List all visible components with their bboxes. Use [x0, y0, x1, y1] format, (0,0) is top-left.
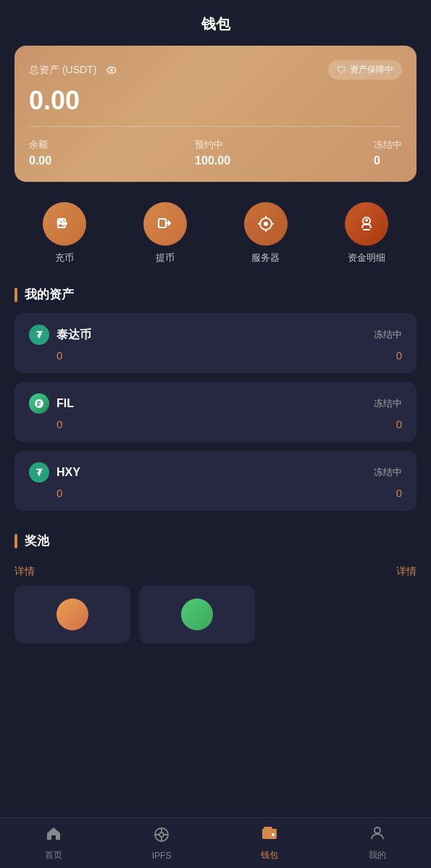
my-assets-label: 我的资产: [25, 286, 74, 303]
asset-row-fil[interactable]: FIL 冻结中 0 0: [14, 382, 417, 442]
action-fund-detail[interactable]: 资金明细: [345, 202, 388, 264]
asset-row-hxy[interactable]: ₮ HXY 冻结中 0 0: [14, 451, 417, 511]
server-icon: [244, 202, 288, 246]
card-divider: [29, 126, 402, 127]
fil-balance: 0: [29, 418, 62, 430]
svg-point-8: [365, 219, 368, 222]
tether-balance: 0: [29, 349, 62, 362]
protect-badge-label: 资产保障中: [350, 64, 393, 76]
nav-home-label: 首页: [45, 849, 62, 861]
hxy-frozen-label: 冻结中: [374, 466, 402, 479]
detail-row: 详情 详情: [0, 559, 431, 578]
withdraw-label: 提币: [156, 251, 175, 264]
nav-wallet[interactable]: 钱包: [216, 825, 324, 861]
nav-profile-label: 我的: [369, 849, 386, 861]
fil-frozen-value: 0: [396, 418, 402, 430]
fund-detail-icon: [345, 202, 388, 246]
fund-detail-label: 资金明细: [348, 251, 385, 264]
profile-icon: [369, 825, 386, 846]
svg-rect-13: [262, 829, 277, 832]
bonus-title-bar: [14, 534, 17, 548]
asset-label: 总资产 (USDT): [29, 64, 96, 77]
page-title: 钱包: [0, 0, 431, 46]
stat-frozen: 冻结中 0: [374, 138, 402, 167]
bonus-card-1[interactable]: [14, 585, 130, 643]
svg-point-1: [110, 68, 113, 71]
nav-home[interactable]: 首页: [0, 825, 108, 861]
fil-name: FIL: [57, 397, 74, 410]
tether-name: 泰达币: [57, 327, 91, 343]
asset-row-tether[interactable]: ₮ 泰达币 冻结中 0 0: [14, 313, 417, 373]
reserved-value: 100.00: [195, 154, 230, 167]
asset-list: ₮ 泰达币 冻结中 0 0 FIL: [0, 313, 431, 511]
stat-reserved: 预约中 100.00: [195, 138, 230, 167]
tether-frozen-label: 冻结中: [374, 328, 402, 341]
eye-icon[interactable]: [104, 62, 120, 78]
reserved-label: 预约中: [195, 138, 230, 151]
svg-point-6: [264, 222, 268, 226]
total-asset-amount: 0.00: [29, 85, 402, 116]
server-label: 服务器: [251, 251, 280, 264]
bonus-circle-orange: [57, 598, 88, 630]
bonus-pool-label: 奖池: [25, 533, 49, 549]
detail-link-1[interactable]: 详情: [14, 565, 35, 578]
nav-wallet-label: 钱包: [261, 849, 278, 861]
fil-coin-icon: [29, 393, 49, 414]
my-assets-title: 我的资产: [0, 279, 431, 313]
home-icon: [45, 825, 62, 846]
recharge-icon: [43, 202, 86, 246]
balance-label: 余额: [29, 138, 51, 151]
asset-card: 总资产 (USDT) 🛡 资产保障中 0.00 余额 0.00: [14, 46, 417, 182]
svg-point-16: [374, 827, 380, 833]
bonus-cards: [0, 578, 431, 643]
tether-coin-icon: ₮: [29, 325, 49, 345]
bonus-card-2[interactable]: [139, 585, 255, 643]
ipfs-icon: [153, 826, 170, 848]
hxy-name: HXY: [57, 466, 80, 479]
fil-frozen-label: 冻结中: [374, 397, 402, 410]
hxy-balance: 0: [29, 487, 62, 499]
svg-point-14: [272, 833, 275, 836]
quick-actions: 充币 提币 服务器: [0, 182, 431, 279]
withdraw-icon: [143, 202, 187, 246]
frozen-label: 冻结中: [374, 138, 402, 151]
nav-ipfs[interactable]: IPFS: [108, 826, 216, 861]
bottom-nav: 首页 IPFS 钱包 我的: [0, 817, 431, 868]
detail-link-2[interactable]: 详情: [396, 565, 417, 578]
title-bar: [14, 288, 17, 302]
nav-profile[interactable]: 我的: [323, 825, 431, 861]
bonus-circle-green: [181, 598, 213, 630]
svg-point-11: [159, 832, 164, 837]
recharge-label: 充币: [55, 251, 74, 264]
hxy-coin-icon: ₮: [29, 462, 49, 483]
svg-rect-15: [264, 827, 272, 829]
svg-rect-4: [159, 219, 166, 228]
protect-badge[interactable]: 🛡 资产保障中: [328, 60, 402, 80]
stat-balance: 余额 0.00: [29, 138, 51, 167]
action-withdraw[interactable]: 提币: [143, 202, 187, 264]
tether-frozen-value: 0: [396, 349, 402, 362]
asset-stats: 余额 0.00 预约中 100.00 冻结中 0: [29, 138, 402, 167]
frozen-value: 0: [374, 154, 402, 167]
bonus-pool-section: 奖池 详情 详情: [0, 525, 431, 643]
hxy-frozen-value: 0: [396, 487, 402, 499]
balance-value: 0.00: [29, 154, 51, 167]
action-recharge[interactable]: 充币: [43, 202, 86, 264]
action-server[interactable]: 服务器: [244, 202, 288, 264]
wallet-icon: [261, 825, 278, 846]
bonus-pool-title: 奖池: [0, 525, 431, 559]
shield-icon: 🛡: [337, 64, 346, 75]
nav-ipfs-label: IPFS: [152, 851, 172, 861]
